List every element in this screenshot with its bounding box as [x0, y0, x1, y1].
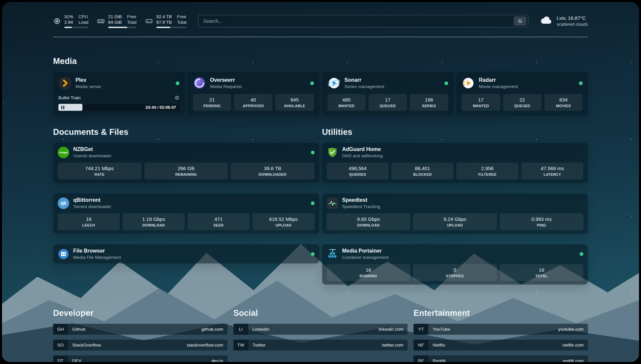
- cpu-label: CPU: [78, 14, 88, 19]
- bookmark-twitter[interactable]: TW Twitter twitter.com: [233, 340, 408, 350]
- cpu-load-value: 2.94: [64, 19, 73, 25]
- bookmark-name: Github: [72, 327, 85, 332]
- stat-label: BLOCKED: [393, 172, 451, 176]
- bookmark-stackoverflow[interactable]: SO StackOverflow stackoverflow.com: [53, 340, 228, 350]
- app-card-portainer[interactable]: Media Portainer Container management 16 …: [322, 244, 588, 285]
- section-title-entertainment: Entertainment: [413, 308, 588, 318]
- section-utilities: Utilities: [322, 127, 588, 285]
- search-engine-button[interactable]: G: [514, 16, 526, 26]
- app-card-speedtest[interactable]: Speedtest Speedtest Tracking 9.65 Gbps D…: [322, 194, 588, 234]
- stat-box: 9.65 Gbps DOWNLOAD: [327, 213, 411, 230]
- app-card-overseerr[interactable]: Overseerr Media Requests 21 PENDING 40 A…: [188, 72, 319, 115]
- stat-value: 21: [195, 97, 229, 103]
- settings-gear-icon[interactable]: ⚙: [174, 95, 179, 101]
- app-subtitle: Speedtest Tracking: [342, 204, 381, 209]
- stat-label: APPROVED: [236, 104, 270, 108]
- app-name: Plex: [76, 77, 101, 83]
- app-name: Media Portainer: [342, 248, 389, 254]
- stat-label: WANTED: [329, 104, 364, 108]
- stat-label: UPLOAD: [255, 223, 313, 227]
- status-dot: [444, 81, 448, 85]
- app-card-radarr[interactable]: Radarr Movie management 17 WANTED 22 QUE…: [456, 72, 588, 115]
- stat-value: 0: [415, 267, 495, 273]
- section-title-social: Social: [233, 308, 408, 318]
- stat-box: 16 TOTAL: [500, 264, 584, 281]
- bookmark-youtube[interactable]: YT YouTube youtube.com: [413, 324, 588, 335]
- stat-value: 9.65 Gbps: [329, 216, 409, 222]
- app-subtitle: Container management: [342, 255, 389, 260]
- adguard-shield-icon: [327, 147, 338, 158]
- dashboard-frame: 31% 2.94 CPU Load: [2, 2, 639, 362]
- stat-box: 22 QUEUED: [503, 94, 541, 111]
- disk-free-label: Free: [177, 14, 187, 19]
- cpu-progress-fill: [64, 27, 72, 28]
- bookmark-name: Netflix: [433, 343, 445, 348]
- stat-value: 16: [60, 216, 118, 222]
- stat-label: STOPPED: [415, 274, 495, 278]
- reddit-favicon: RE: [413, 355, 428, 362]
- pause-icon[interactable]: [61, 106, 64, 109]
- ram-total-value: 64 GiB: [108, 19, 122, 25]
- app-name: qBittorrent: [73, 197, 111, 203]
- stat-label: MOVIES: [546, 104, 581, 108]
- stat-value: 945: [277, 97, 312, 103]
- bookmark-name: LinkedIn: [253, 327, 269, 332]
- cpu-load-label: Load: [78, 19, 88, 25]
- plex-progress-bar[interactable]: 24:44 / 02:06:47: [58, 104, 179, 111]
- section-media: Media Plex Media server: [53, 56, 588, 115]
- stat-box: 744.21 Mbps RATE: [58, 163, 141, 179]
- stat-label: QUEUED: [505, 104, 539, 108]
- status-dot: [311, 252, 315, 256]
- bookmark-name: Reddit: [433, 358, 445, 362]
- app-card-plex[interactable]: Plex Media server Bullet Train ⚙ 24:44 /…: [53, 72, 185, 115]
- section-title-media: Media: [53, 56, 588, 66]
- app-subtitle: DNS and adblocking: [342, 153, 383, 158]
- app-card-sonarr[interactable]: Sonarr Series management 485 WANTED 17 Q…: [322, 72, 454, 115]
- app-name: NZBGet: [73, 146, 111, 152]
- app-name: Radarr: [479, 77, 518, 83]
- bookmark-url: netflix.com: [562, 343, 584, 348]
- sonarr-icon: [327, 76, 341, 90]
- status-dot: [310, 81, 314, 85]
- stat-value: 485: [329, 97, 364, 103]
- app-card-adguard[interactable]: AdGuard Home DNS and adblocking 498,564 …: [322, 143, 588, 183]
- bookmark-reddit[interactable]: RE Reddit reddit.com: [413, 355, 588, 362]
- bookmark-name: DEV: [72, 358, 81, 362]
- search-input[interactable]: [203, 18, 514, 24]
- weather-location: Lviv, 16.87°C: [557, 15, 588, 21]
- stat-box: 196 SERIES: [410, 94, 448, 111]
- stat-value: 471: [190, 216, 248, 222]
- bookmark-github[interactable]: GH Github github.com: [53, 324, 228, 335]
- bookmark-url: linkedin.com: [379, 327, 403, 332]
- top-bar: 31% 2.94 CPU Load: [53, 2, 588, 28]
- stat-value: 0.993 ms: [502, 216, 582, 222]
- bookmark-linkedin[interactable]: LI LinkedIn linkedin.com: [233, 324, 408, 335]
- stat-value: 40: [236, 97, 270, 103]
- stackoverflow-favicon: SO: [53, 340, 68, 350]
- stat-label: FILTERED: [458, 172, 516, 176]
- disk-total-value: 97.9 TB: [156, 19, 172, 25]
- disk-free-value: 52.4 TB: [156, 14, 172, 19]
- stat-label: LATENCY: [523, 172, 581, 176]
- bookmark-url: stackoverflow.com: [187, 343, 223, 348]
- app-card-qbittorrent[interactable]: qb qBittorrent Torrent downloader 16: [53, 194, 319, 234]
- stat-box: 16 RUNNING: [327, 264, 411, 281]
- stat-label: UPLOAD: [415, 223, 495, 227]
- stat-label: DOWNLOAD: [329, 223, 409, 227]
- stat-box: 17 QUEUED: [369, 94, 407, 111]
- search-bar[interactable]: G: [198, 15, 528, 27]
- nzbget-icon-text: nzbget: [59, 151, 68, 154]
- bookmark-url: dev.to: [211, 358, 223, 362]
- bookmark-name: Twitter: [253, 343, 266, 348]
- weather-condition: scattered clouds: [557, 22, 588, 27]
- weather-widget: Lviv, 16.87°C scattered clouds: [540, 15, 588, 27]
- app-card-filebrowser[interactable]: File Browser Media File Management: [53, 244, 319, 263]
- bookmark-dev[interactable]: DT DEV dev.to: [53, 355, 228, 362]
- cpu-progress-bar: [64, 27, 88, 28]
- bookmark-name: YouTube: [433, 327, 450, 332]
- stat-label: PING: [502, 223, 582, 227]
- bookmark-netflix[interactable]: NF Netflix netflix.com: [413, 340, 588, 350]
- bookmark-group-developer: Developer GH Github github.com SO StackO…: [53, 308, 228, 362]
- app-card-nzbget[interactable]: nzbget NZBGet Usenet downloader 744.21 M…: [53, 143, 319, 183]
- ram-free-value: 21 GiB: [108, 14, 122, 19]
